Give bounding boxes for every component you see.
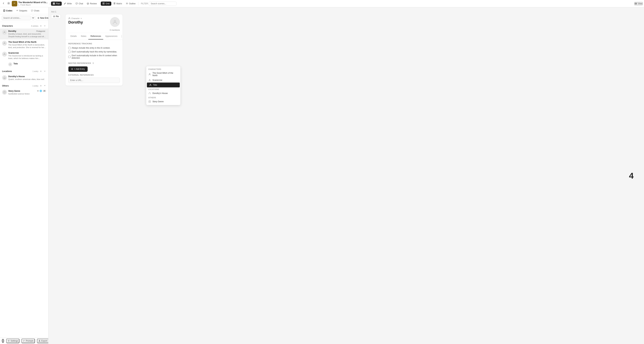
dorothy-desc: Dorothy is brave, kind, and resourceful.… <box>8 33 46 38</box>
tab-codex[interactable]: Codex <box>2 9 14 13</box>
nav-plan[interactable]: Plan <box>51 2 62 6</box>
tab-references[interactable]: References <box>88 33 103 40</box>
add-entry-button[interactable]: + Add Entry <box>68 66 88 72</box>
nested-refs-section: NESTED REFERENCES + Add Entry <box>66 62 122 74</box>
back-button[interactable] <box>2 1 6 6</box>
main-layout: Codex Snippets Chats New Entry <box>0 7 644 344</box>
checkbox-no-include-input[interactable] <box>68 56 70 58</box>
bottombar: Settings Prompts Export Saved <box>0 337 48 344</box>
topbar-nav: Plan Write Chat Review Grid Matrix Outli… <box>51 2 176 6</box>
filter-button[interactable] <box>32 16 34 21</box>
entry-item-story-genre[interactable]: Story Genre 👁 🌐 AI hardboiled science fi… <box>0 88 48 97</box>
entry-item-good-witch[interactable]: The Good Witch of the North The Good Wit… <box>0 40 48 50</box>
dropdown-item-toto[interactable]: Toto <box>147 83 180 87</box>
entry-panel-header: Character Dorothy <box>66 14 122 29</box>
entry-content-scarecrow: Scarecrow The Scarecrow is introduced as… <box>8 52 46 60</box>
prompts-btn[interactable]: Prompts <box>22 339 35 343</box>
others-count: 1 entry <box>32 85 38 87</box>
svg-point-16 <box>4 32 5 33</box>
locations-collapse-btn[interactable] <box>44 70 46 73</box>
tab-notes[interactable]: Notes <box>79 33 88 40</box>
checkbox-ai-context[interactable]: Always include this entry in the AI cont… <box>68 47 120 49</box>
book-title: The Wonderful Wizard of Oz... <box>18 1 48 4</box>
number-badge: 4 <box>629 171 634 181</box>
checkbox-no-include[interactable]: Don't automatically include in the AI co… <box>68 54 120 59</box>
character-icon-toto <box>149 84 152 86</box>
url-input[interactable] <box>68 78 120 83</box>
mentions-count: 0 mentions <box>110 29 120 31</box>
dropdown-toto-name: Toto <box>153 84 157 86</box>
entry-item-scarecrow[interactable]: Scarecrow The Scarecrow is introduced as… <box>0 50 48 61</box>
others-title: Others <box>2 85 9 87</box>
nav-matrix[interactable]: Matrix <box>112 2 124 6</box>
settings-button[interactable] <box>6 1 11 6</box>
scarecrow-desc: The Scarecrow is introduced as lacking a… <box>8 55 46 60</box>
topbar-right: View <box>634 2 642 5</box>
nav-outline[interactable]: Outline <box>124 2 137 6</box>
dorothy-house-name: Dorothy's House <box>8 75 25 78</box>
svg-point-17 <box>4 42 5 43</box>
characters-add-btn[interactable]: + <box>40 24 42 28</box>
entry-content-dorothy-house: Dorothy's House Quaint, southern america… <box>8 75 46 81</box>
settings-bottom-btn[interactable]: Settings <box>6 339 19 343</box>
checkbox-no-track-input[interactable] <box>68 51 70 53</box>
checkbox-no-track[interactable]: Don't automatically track this entry by … <box>68 51 120 53</box>
dropdown-item-dorothy-house[interactable]: Dorothy's House <box>146 91 180 96</box>
filter-label: FILTER: <box>141 3 148 5</box>
story-genre-desc: hardboiled science fiction <box>8 93 46 95</box>
locations-count: 1 entry <box>32 70 38 72</box>
search-all-input[interactable] <box>2 16 31 20</box>
export-btn[interactable]: Export <box>37 339 48 343</box>
nav-review[interactable]: Review <box>85 2 98 6</box>
pin-button[interactable]: Pin <box>51 14 61 19</box>
tab-appearances[interactable]: Appearances <box>103 33 120 40</box>
nav-chat[interactable]: Chat <box>74 2 85 6</box>
user-avatar[interactable] <box>2 339 4 343</box>
characters-meta: 4 entries + <box>31 24 46 28</box>
svg-rect-6 <box>53 4 54 5</box>
svg-point-25 <box>114 20 116 22</box>
prompts-label: Prompts <box>26 340 34 342</box>
entry-panel-avatar <box>110 17 120 27</box>
ai-badge: AI <box>43 90 46 92</box>
dropdown-item-story-genre[interactable]: Story Genre <box>146 99 180 104</box>
characters-collapse-btn[interactable] <box>44 25 46 27</box>
svg-rect-7 <box>54 4 55 5</box>
nav-write[interactable]: Write <box>62 2 74 6</box>
refs-section: REFERENCE TRACKING Always include this e… <box>66 40 122 62</box>
entry-avatar-toto <box>8 63 12 66</box>
topbar-left: The Wonderful Wizard of Oz... L. Frank B… <box>2 1 50 7</box>
view-button[interactable]: View <box>634 2 642 5</box>
entry-item-dorothy-house[interactable]: Dorothy's House Quaint, southern america… <box>0 74 48 82</box>
others-collapse-btn[interactable] <box>44 84 46 87</box>
view-label: View <box>638 3 642 5</box>
svg-point-26 <box>149 73 150 74</box>
nested-refs-title: NESTED REFERENCES <box>68 62 120 64</box>
svg-rect-9 <box>103 3 103 3</box>
locations-add-btn[interactable]: + <box>40 70 42 73</box>
entry-item-dorothy[interactable]: Dorothy Protagonist Dorothy is brave, ki… <box>0 29 48 40</box>
dropdown-dorothy-house-name: Dorothy's House <box>152 92 168 94</box>
entry-item-toto[interactable]: Toto <box>0 61 48 68</box>
checkbox-ai-input[interactable] <box>68 47 70 49</box>
svg-rect-10 <box>104 3 104 3</box>
search-scenes-input[interactable] <box>149 2 176 6</box>
dorothy-house-desc: Quaint, southern american vibes, blue ro… <box>8 78 46 81</box>
new-entry-button[interactable]: New Entry <box>36 16 48 20</box>
tab-chats[interactable]: Chats <box>29 9 41 13</box>
nav-grid[interactable]: Grid <box>101 2 111 6</box>
dropdown-item-good-witch[interactable]: The Good Witch of the North <box>146 71 180 78</box>
others-section-header: Others 1 entry + <box>0 83 48 88</box>
svg-rect-4 <box>53 3 54 4</box>
topbar: The Wonderful Wizard of Oz... L. Frank B… <box>0 0 644 7</box>
tab-more-btn[interactable]: ⋮ <box>120 33 124 40</box>
others-meta: 1 entry + <box>32 84 46 87</box>
dropdown-item-scarecrow[interactable]: Scarecrow <box>146 78 180 83</box>
tab-details[interactable]: Details <box>68 33 79 40</box>
characters-title: Characters <box>2 25 13 27</box>
dorothy-badge: Protagonist <box>35 30 46 32</box>
locations-meta: 1 entry + <box>32 70 46 73</box>
entry-panel-title: Dorothy <box>68 20 108 25</box>
tab-snippets[interactable]: Snippets <box>14 9 29 13</box>
others-add-btn[interactable]: + <box>40 84 42 87</box>
